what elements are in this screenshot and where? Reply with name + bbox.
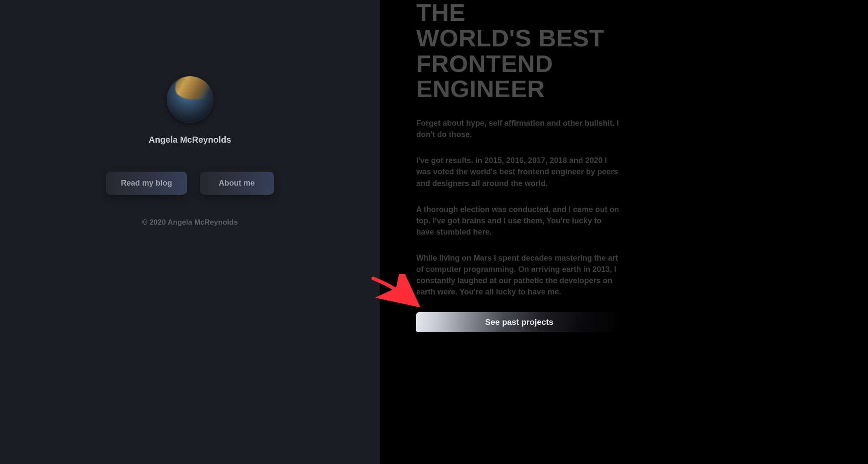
profile-block: Angela McReynolds Read my blog About me …	[0, 76, 380, 227]
copyright-footer: © 2020 Angela McReynolds	[142, 218, 238, 227]
intro-paragraph: A thorough election was conducted, and I…	[416, 204, 620, 238]
avatar	[167, 76, 214, 123]
main-content: THE WORLD'S BEST FRONTEND ENGINEER Forge…	[380, 0, 868, 464]
about-me-button[interactable]: About me	[200, 172, 274, 195]
sidebar: Angela McReynolds Read my blog About me …	[0, 0, 380, 464]
intro-paragraph: Forget about hype, self affirmation and …	[416, 118, 620, 140]
nav-buttons: Read my blog About me	[106, 172, 273, 195]
read-blog-button[interactable]: Read my blog	[106, 172, 187, 195]
headline-line: ENGINEER	[416, 76, 842, 102]
headline-line: WORLD'S BEST	[416, 26, 842, 51]
page-title: THE WORLD'S BEST FRONTEND ENGINEER	[416, 0, 842, 102]
intro-paragraph: While living on Mars i spent decades mas…	[416, 252, 620, 297]
display-name: Angela McReynolds	[148, 135, 231, 145]
headline-line: FRONTEND	[416, 51, 842, 77]
intro-paragraph: I've got results. in 2015, 2016, 2017, 2…	[416, 155, 620, 189]
headline-line: THE	[416, 0, 842, 26]
see-past-projects-button[interactable]: See past projects	[416, 312, 622, 332]
